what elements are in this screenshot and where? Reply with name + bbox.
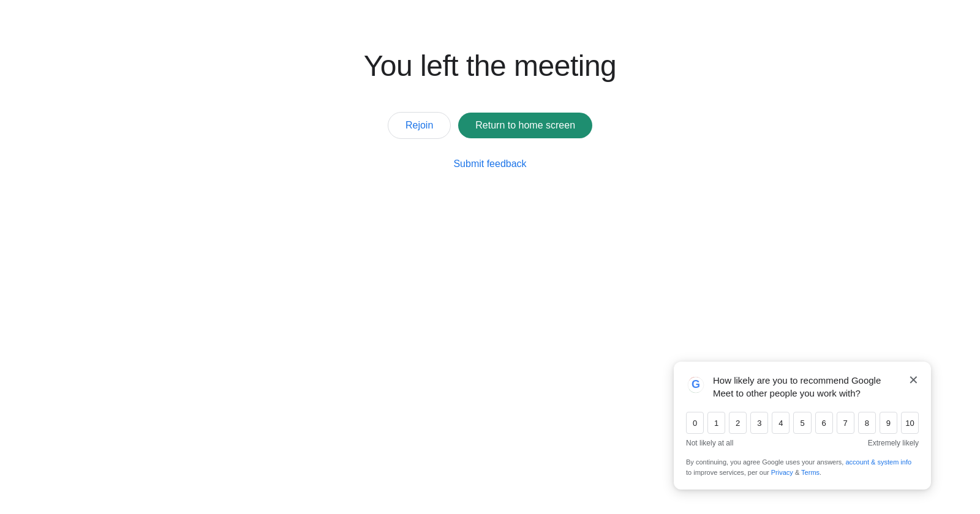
rating-row: 012345678910 xyxy=(686,412,919,434)
svg-text:G: G xyxy=(692,378,700,390)
rating-button-6[interactable]: 6 xyxy=(815,412,833,434)
return-home-button[interactable]: Return to home screen xyxy=(458,113,592,138)
survey-close-button[interactable]: ✕ xyxy=(908,374,919,386)
rating-label-low: Not likely at all xyxy=(686,439,733,447)
rating-label-high: Extremely likely xyxy=(868,439,919,447)
rating-button-0[interactable]: 0 xyxy=(686,412,704,434)
survey-header-left: G How likely are you to recommend Google… xyxy=(686,374,903,400)
submit-feedback-button[interactable]: Submit feedback xyxy=(453,158,526,169)
survey-header: G How likely are you to recommend Google… xyxy=(686,374,919,400)
rating-button-3[interactable]: 3 xyxy=(750,412,768,434)
survey-popup: G How likely are you to recommend Google… xyxy=(674,362,931,490)
main-content: You left the meeting Rejoin Return to ho… xyxy=(0,0,980,169)
rating-button-10[interactable]: 10 xyxy=(901,412,919,434)
rating-button-5[interactable]: 5 xyxy=(793,412,811,434)
rating-button-2[interactable]: 2 xyxy=(729,412,747,434)
page-title: You left the meeting xyxy=(364,49,617,83)
google-logo-icon: G xyxy=(686,375,706,395)
survey-question: How likely are you to recommend Google M… xyxy=(713,374,903,400)
rating-button-9[interactable]: 9 xyxy=(880,412,897,434)
rating-button-1[interactable]: 1 xyxy=(707,412,725,434)
rating-button-4[interactable]: 4 xyxy=(772,412,790,434)
terms-link[interactable]: Terms xyxy=(801,469,820,476)
account-system-info-link[interactable]: account & system info xyxy=(845,458,911,466)
rejoin-button[interactable]: Rejoin xyxy=(388,112,451,139)
rating-labels: Not likely at all Extremely likely xyxy=(686,439,919,447)
rating-button-8[interactable]: 8 xyxy=(858,412,876,434)
privacy-link[interactable]: Privacy xyxy=(771,469,793,476)
rating-button-7[interactable]: 7 xyxy=(837,412,854,434)
button-row: Rejoin Return to home screen xyxy=(388,112,592,139)
survey-footer: By continuing, you agree Google uses you… xyxy=(686,457,919,477)
